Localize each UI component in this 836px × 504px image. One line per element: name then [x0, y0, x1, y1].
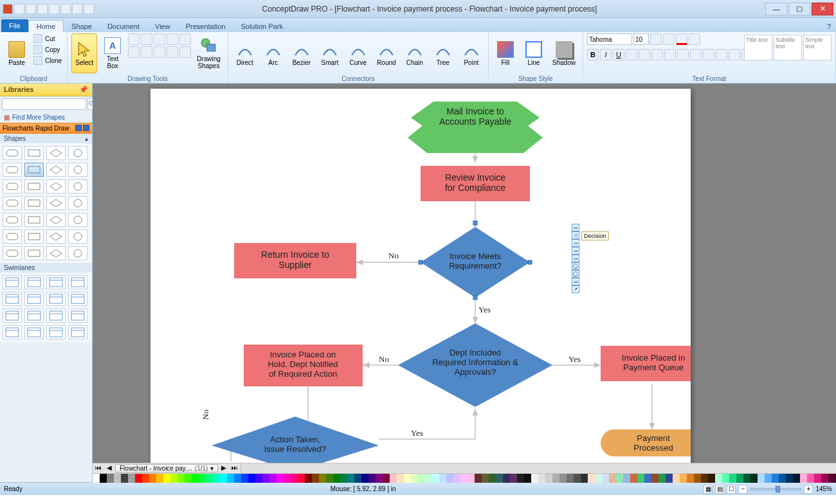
horizontal-scrollbar[interactable]	[241, 464, 836, 473]
shape-stencil-14[interactable]	[46, 196, 66, 210]
palette-color-48[interactable]	[432, 474, 439, 483]
palette-color-95[interactable]	[765, 474, 772, 483]
palette-color-45[interactable]	[411, 474, 418, 483]
palette-color-42[interactable]	[390, 474, 397, 483]
tab-shape[interactable]: Shape	[64, 21, 100, 32]
shape-stencil-26[interactable]	[46, 246, 66, 260]
lib-pin2-icon[interactable]	[83, 125, 89, 131]
palette-color-59[interactable]	[510, 474, 517, 483]
palette-color-24[interactable]	[262, 474, 269, 483]
tab-presentation[interactable]: Presentation	[178, 21, 233, 32]
grow-font-icon[interactable]	[650, 33, 662, 45]
palette-color-47[interactable]	[425, 474, 432, 483]
shape-stencil-20[interactable]	[3, 230, 22, 244]
palette-color-52[interactable]	[460, 474, 468, 483]
palette-color-17[interactable]	[213, 474, 220, 483]
palette-color-31[interactable]	[312, 474, 319, 483]
palette-color-74[interactable]	[616, 474, 623, 483]
shape-stencil-15[interactable]	[68, 196, 87, 210]
swimlane-stencil-10[interactable]	[46, 309, 66, 323]
drawing-primitives[interactable]	[128, 33, 191, 58]
palette-color-88[interactable]	[715, 474, 722, 483]
close-button[interactable]: ✕	[812, 3, 833, 15]
color-palette[interactable]	[93, 473, 836, 482]
libraries-search-input[interactable]	[2, 98, 86, 110]
palette-color-39[interactable]	[368, 474, 376, 483]
palette-color-96[interactable]	[772, 474, 779, 483]
bold-icon[interactable]: B	[587, 49, 599, 60]
libraries-pin-icon[interactable]: 📌	[79, 86, 88, 94]
palette-color-33[interactable]	[326, 474, 333, 483]
smarttag-opt3-icon[interactable]: ▭	[572, 239, 579, 247]
palette-color-1[interactable]	[100, 474, 107, 483]
style-subtitle-text[interactable]: Subtitle text	[774, 35, 802, 60]
shape-stencil-1[interactable]	[24, 146, 44, 160]
connector-round-button[interactable]: Round	[374, 33, 399, 73]
palette-color-44[interactable]	[404, 474, 411, 483]
lib-pin1-icon[interactable]	[75, 125, 82, 131]
shadow-button[interactable]: Shadow	[549, 33, 579, 73]
shape-stencil-3[interactable]	[68, 146, 87, 160]
palette-color-94[interactable]	[758, 474, 765, 483]
palette-color-72[interactable]	[602, 474, 609, 483]
connector-tree-button[interactable]: Tree	[430, 33, 456, 73]
app-icon[interactable]	[3, 4, 13, 14]
tab-nav-last[interactable]: ⏭	[229, 464, 241, 473]
align-middle-icon[interactable]	[703, 49, 714, 60]
select-button[interactable]: Select	[71, 33, 97, 73]
tab-nav-first[interactable]: ⏮	[93, 464, 104, 473]
shape-stencil-11[interactable]	[68, 179, 87, 194]
smarttag-expand-icon[interactable]: ↗	[572, 285, 579, 293]
shape-stencil-7[interactable]	[68, 163, 87, 177]
palette-color-100[interactable]	[800, 474, 807, 483]
zoom-out-button[interactable]: −	[738, 485, 747, 494]
palette-color-2[interactable]	[107, 474, 114, 483]
palette-color-27[interactable]	[284, 474, 291, 483]
palette-color-35[interactable]	[340, 474, 347, 483]
palette-color-68[interactable]	[574, 474, 581, 483]
canvas[interactable]: ▭ ◇ ▭ ▭ ▭ ◯ ◯ ▭ ↗ Decision	[93, 84, 836, 463]
shape-stencil-8[interactable]	[3, 179, 22, 194]
palette-color-98[interactable]	[786, 474, 793, 483]
palette-color-102[interactable]	[814, 474, 821, 483]
palette-color-11[interactable]	[170, 474, 177, 483]
align-left-icon[interactable]	[651, 49, 663, 60]
palette-color-40[interactable]	[376, 474, 383, 483]
shape-stencil-21[interactable]	[24, 230, 44, 244]
palette-color-58[interactable]	[503, 474, 510, 483]
palette-color-104[interactable]	[828, 474, 835, 483]
shape-stencil-22[interactable]	[46, 230, 66, 244]
palette-color-38[interactable]	[361, 474, 368, 483]
qat-save-icon[interactable]	[37, 4, 48, 14]
palette-color-76[interactable]	[630, 474, 637, 483]
palette-color-101[interactable]	[807, 474, 814, 483]
palette-color-64[interactable]	[545, 474, 552, 483]
palette-color-66[interactable]	[559, 474, 567, 483]
swimlanes-subheader[interactable]: Swimlanes	[0, 263, 92, 273]
indent-icon[interactable]	[729, 49, 740, 60]
smart-tag-toolbar[interactable]: ▭ ◇ ▭ ▭ ▭ ◯ ◯ ▭ ↗	[572, 224, 579, 293]
palette-color-6[interactable]	[135, 474, 142, 483]
palette-color-54[interactable]	[475, 474, 482, 483]
palette-color-61[interactable]	[524, 474, 531, 483]
palette-color-103[interactable]	[821, 474, 828, 483]
swimlane-stencil-6[interactable]	[46, 292, 66, 306]
palette-color-99[interactable]	[793, 474, 800, 483]
palette-color-20[interactable]	[234, 474, 241, 483]
connector-curve-button[interactable]: Curve	[345, 33, 371, 73]
style-simple-text[interactable]: Simple text	[803, 35, 831, 60]
italic-icon[interactable]: I	[600, 49, 612, 60]
palette-color-70[interactable]	[588, 474, 595, 483]
tab-solution-park[interactable]: Solution Park	[233, 21, 290, 32]
palette-color-26[interactable]	[277, 474, 284, 483]
palette-color-25[interactable]	[269, 474, 277, 483]
palette-color-13[interactable]	[185, 474, 192, 483]
ellipse-tool-icon[interactable]	[154, 46, 165, 58]
palette-color-8[interactable]	[149, 474, 156, 483]
swimlane-stencil-0[interactable]	[3, 275, 22, 289]
qat-redo-icon[interactable]	[60, 4, 71, 14]
align-center-icon[interactable]	[664, 49, 676, 60]
shape-stencil-18[interactable]	[46, 213, 66, 227]
palette-color-4[interactable]	[121, 474, 128, 483]
tab-dropdown-icon[interactable]: ▾	[210, 465, 214, 472]
